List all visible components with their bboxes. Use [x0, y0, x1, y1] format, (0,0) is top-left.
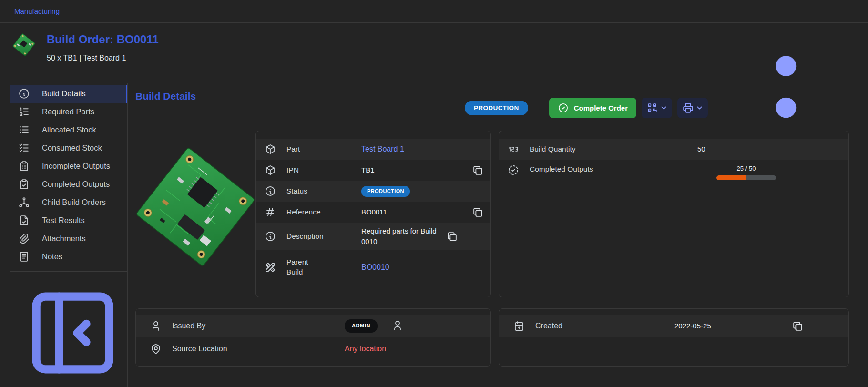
copy-icon — [446, 231, 458, 243]
progress-track — [716, 175, 776, 180]
file-check-icon — [18, 214, 30, 226]
info-circle-icon — [265, 231, 276, 242]
user-icon — [392, 320, 403, 331]
clipboard-list-icon — [18, 160, 30, 172]
label-issued-by: Issued By — [172, 321, 334, 331]
stat-label-build-quantity: Build Quantity — [530, 144, 687, 154]
sidebar-item-test-results[interactable]: Test Results — [10, 211, 127, 229]
sidebar-item-build-details[interactable]: Build Details — [10, 85, 127, 103]
detail-row-description: Description Required parts for Build 001… — [256, 223, 490, 250]
sidebar-item-attachments[interactable]: Attachments — [10, 229, 127, 247]
ipn-value: TB1 — [361, 165, 472, 175]
breadcrumb-manufacturing-link[interactable]: Manufacturing — [14, 7, 60, 15]
build-details-table: Part Test Board 1 IPN TB1 Status — [255, 131, 491, 297]
build-quantity-value: 50 — [697, 144, 842, 154]
notes-icon — [18, 251, 30, 263]
sidebar-item-notes[interactable]: Notes — [10, 247, 127, 265]
status-badge: PRODUCTION — [361, 186, 410, 197]
sidebar-collapse-icon — [18, 278, 127, 387]
sidebar-item-label: Attachments — [42, 234, 86, 243]
part-image-cell — [135, 131, 255, 297]
page-title: Build Order: BO0011 — [47, 33, 159, 46]
sidebar-item-label: Build Details — [42, 89, 86, 98]
sidebar-item-incomplete-outputs[interactable]: Incomplete Outputs — [10, 157, 127, 175]
build-stats-table: Build Quantity 50 Completed Outputs 25 /… — [499, 131, 849, 297]
sidebar-item-label: Allocated Stock — [42, 125, 96, 134]
copy-icon — [472, 164, 484, 176]
list-numbers-icon — [18, 106, 30, 118]
sidebar-item-label: Incomplete Outputs — [42, 162, 110, 171]
sidebar-item-required-parts[interactable]: Required Parts — [10, 103, 127, 121]
user-icon — [150, 320, 162, 332]
circle-dashed-check-icon — [508, 164, 519, 176]
info-circle-icon — [265, 185, 276, 197]
progress-fill — [716, 175, 746, 180]
sidebar-collapse-button[interactable] — [0, 276, 127, 387]
detail-label-status: Status — [286, 186, 351, 196]
parent-build-link[interactable]: BO0010 — [361, 263, 389, 271]
calendar-icon — [513, 320, 525, 332]
created-value: 2022-05-25 — [674, 321, 792, 331]
page-subtitle: 50 x TB1 | Test Board 1 — [47, 54, 159, 62]
main-panel: Build Details — [128, 83, 868, 387]
sidebar-item-completed-outputs[interactable]: Completed Outputs — [10, 175, 127, 194]
list-icon — [18, 124, 30, 136]
copy-button[interactable] — [472, 164, 484, 176]
sidebar-item-allocated-stock[interactable]: Allocated Stock — [10, 121, 127, 139]
content: Build Details Required Parts Allocated S… — [0, 83, 868, 387]
title-block: Build Order: BO0011 50 x TB1 | Test Boar… — [47, 31, 159, 62]
page-header: Build Order: BO0011 50 x TB1 | Test Boar… — [0, 23, 868, 83]
row-issued-by: Issued By ADMIN — [136, 315, 490, 337]
sidebar-item-label: Completed Outputs — [42, 180, 110, 189]
sidebar-item-label: Required Parts — [42, 107, 94, 116]
label-created: Created — [535, 321, 664, 331]
stat-row-build-quantity: Build Quantity 50 — [499, 139, 848, 160]
copy-button[interactable] — [472, 206, 484, 218]
created-table: Created 2022-05-25 — [499, 308, 849, 367]
part-image[interactable] — [135, 131, 255, 288]
sidebar-item-label: Test Results — [42, 216, 85, 225]
progress-text: 25 / 50 — [716, 164, 776, 173]
info-circle-icon — [18, 88, 30, 100]
part-thumbnail[interactable] — [11, 31, 36, 58]
build-order-page: Manufacturing Build Order: BO0011 — [0, 0, 868, 387]
box-icon — [265, 143, 276, 155]
detail-label-ipn: IPN — [286, 165, 351, 175]
detail-label-parent-build: Parent Build — [286, 257, 351, 277]
details-grid: Part Test Board 1 IPN TB1 Status — [135, 131, 849, 367]
sidebar-item-label: Consumed Stock — [42, 143, 102, 153]
completed-outputs-progress: 25 / 50 — [716, 164, 776, 180]
section-title: Build Details — [135, 91, 849, 102]
detail-row-ipn: IPN TB1 — [256, 160, 490, 181]
source-location-value: Any location — [345, 343, 484, 354]
detail-label-reference: Reference — [286, 207, 351, 217]
stat-row-completed-outputs: Completed Outputs 25 / 50 — [499, 160, 848, 198]
sidebar: Build Details Required Parts Allocated S… — [0, 83, 128, 387]
part-link[interactable]: Test Board 1 — [361, 145, 404, 153]
detail-row-parent-build: Parent Build BO0010 — [256, 250, 490, 285]
hash-icon — [265, 206, 276, 218]
stat-label-completed-outputs: Completed Outputs — [530, 164, 687, 174]
sidebar-item-label: Child Build Orders — [42, 198, 106, 207]
issued-by-user-badge: ADMIN — [345, 319, 378, 333]
paperclip-icon — [18, 233, 30, 244]
breadcrumb: Manufacturing — [0, 0, 868, 23]
section-divider — [135, 114, 849, 114]
copy-button[interactable] — [792, 320, 804, 332]
detail-row-status: Status PRODUCTION — [256, 181, 490, 202]
detail-row-reference: Reference BO0011 — [256, 202, 490, 223]
row-source-location: Source Location Any location — [136, 337, 490, 360]
sidebar-item-consumed-stock[interactable]: Consumed Stock — [10, 139, 127, 157]
sidebar-item-label: Notes — [42, 252, 62, 261]
sidebar-item-child-build-orders[interactable]: Child Build Orders — [10, 193, 127, 211]
detail-label-description: Description — [286, 232, 351, 242]
list-check-icon — [18, 142, 30, 154]
map-pin-icon — [150, 343, 162, 355]
numbers-123-icon — [508, 143, 519, 155]
hierarchy-icon — [18, 196, 30, 208]
details-left-cell: Part Test Board 1 IPN TB1 Status — [135, 131, 491, 297]
clipboard-check-icon — [18, 178, 30, 190]
copy-button[interactable] — [446, 231, 458, 243]
reference-value: BO0011 — [361, 207, 472, 217]
tools-icon — [265, 262, 276, 273]
